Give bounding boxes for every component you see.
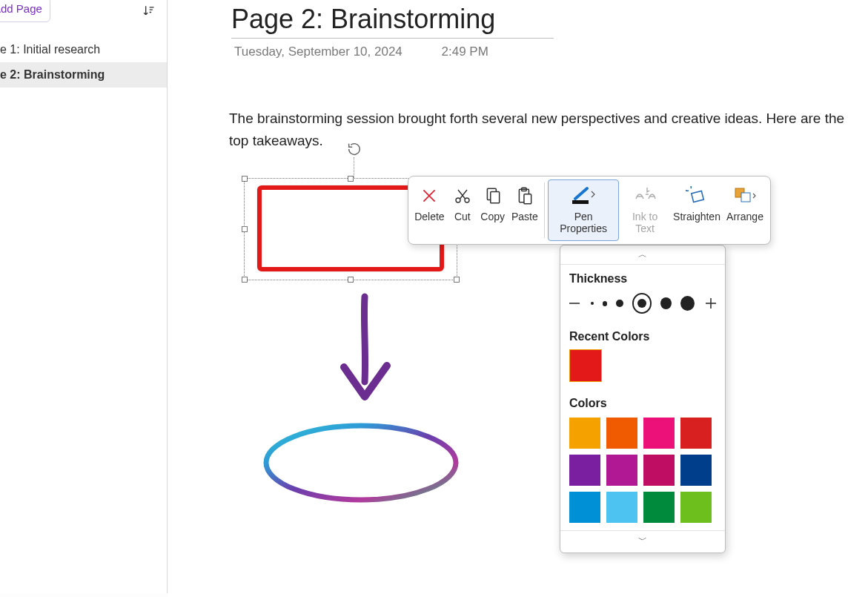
thickness-option-5[interactable] [660,297,672,309]
paste-label: Paste [511,211,538,222]
thickness-option-3[interactable] [616,300,623,307]
rotate-handle-line [354,157,355,178]
recent-color-swatch-1[interactable] [569,349,602,382]
sidebar-item-label: e 1: Initial research [0,43,100,56]
color-palette [560,415,725,530]
svg-point-0 [266,426,456,500]
svg-rect-11 [741,193,750,202]
color-swatch-purple[interactable] [569,455,600,486]
ink-to-text-icon [634,182,656,209]
ink-arrow[interactable] [335,293,394,404]
ink-to-text-button: Ink to Text [619,179,671,241]
copy-button[interactable]: Copy [477,179,508,241]
pen-properties-popover: ︿ Thickness Recent Colors Colors [560,245,726,553]
svg-rect-7 [524,194,531,204]
cut-label: Cut [454,211,471,222]
straighten-label: Straighten [673,211,720,222]
color-swatch-lime[interactable] [680,492,712,523]
delete-label: Delete [414,211,444,222]
color-swatch-skyblue[interactable] [606,492,637,523]
toolbar-separator [544,182,545,238]
page-list: e 1: Initial research e 2: Brainstorming [0,37,167,88]
svg-rect-8 [572,200,589,204]
thickness-option-4-selected[interactable] [632,293,652,314]
straighten-icon [686,182,708,209]
arrange-icon [733,182,757,209]
thickness-option-2[interactable] [603,301,608,306]
canvas: Page 2: Brainstorming Tuesday, September… [168,0,868,597]
thickness-increase-button[interactable] [703,296,718,311]
resize-handle-se[interactable] [454,277,460,283]
sort-icon[interactable] [141,3,156,18]
resize-handle-w[interactable] [242,226,248,232]
color-swatch-green[interactable] [643,492,675,523]
cut-button[interactable]: Cut [448,179,477,241]
color-swatch-rose[interactable] [643,455,675,486]
colors-heading: Colors [560,389,725,415]
thickness-picker [560,290,725,323]
sidebar: Add Page e 1: Initial research e 2: Brai… [0,0,168,593]
color-swatch-magenta[interactable] [606,455,637,486]
color-swatch-amber[interactable] [569,418,600,449]
svg-point-2 [465,198,469,202]
resize-handle-s[interactable] [348,277,354,283]
popover-expand-button[interactable]: ﹀ [560,530,725,550]
page-header: Page 2: Brainstorming Tuesday, September… [231,4,554,59]
add-page-button[interactable]: Add Page [0,0,50,22]
scissors-icon [454,182,471,209]
chevron-down-icon: ﹀ [638,535,647,545]
svg-point-1 [456,198,460,202]
straighten-button[interactable]: Straighten [671,179,723,241]
sidebar-item-label: e 2: Brainstorming [0,68,105,81]
arrange-label: Arrange [726,211,763,222]
color-swatch-blue[interactable] [569,492,600,523]
arrange-button[interactable]: Arrange [723,179,767,241]
page-body-text[interactable]: The brainstorming session brought forth … [229,108,859,152]
sidebar-item-page1[interactable]: e 1: Initial research [0,37,167,62]
ink-ellipse[interactable] [261,419,461,507]
delete-icon [420,182,439,209]
popover-collapse-button[interactable]: ︿ [560,245,725,265]
color-swatch-red[interactable] [680,418,712,449]
page-title[interactable]: Page 2: Brainstorming [231,4,554,39]
add-page-label: Add Page [0,2,42,15]
svg-rect-9 [692,191,703,202]
color-swatch-pink[interactable] [643,418,675,449]
page-meta: Tuesday, September 10, 2024 2:49 PM [231,44,554,59]
thickness-option-6[interactable] [680,296,695,311]
color-swatch-orange[interactable] [606,418,637,449]
chevron-up-icon: ︿ [638,249,647,260]
thickness-option-1[interactable] [591,302,594,305]
pen-icon [571,182,596,209]
resize-handle-nw[interactable] [242,176,248,182]
paste-icon [515,182,534,209]
page-date: Tuesday, September 10, 2024 [234,44,402,59]
thickness-decrease-button[interactable] [568,296,582,311]
pen-properties-label: Pen Properties [552,211,614,234]
resize-handle-n[interactable] [348,176,354,182]
page-time: 2:49 PM [442,44,488,59]
copy-icon [483,182,503,209]
pen-properties-button[interactable]: Pen Properties [548,179,619,241]
color-swatch-navy[interactable] [680,455,712,486]
recent-colors-heading: Recent Colors [560,323,725,348]
delete-button[interactable]: Delete [411,179,448,241]
paste-button[interactable]: Paste [508,179,542,241]
resize-handle-sw[interactable] [242,277,248,283]
ink-to-text-label: Ink to Text [623,211,666,234]
svg-rect-4 [490,192,499,203]
rotate-handle-icon[interactable] [346,141,362,157]
sidebar-item-page2[interactable]: e 2: Brainstorming [0,62,167,88]
ink-context-toolbar: Delete Cut Copy [408,176,771,245]
thickness-heading: Thickness [560,265,725,290]
copy-label: Copy [480,211,505,222]
